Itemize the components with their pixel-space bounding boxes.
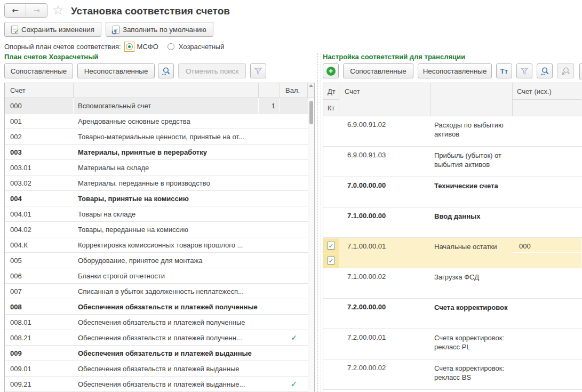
left-filter-button[interactable] bbox=[250, 63, 266, 78]
table-row[interactable]: 001 Арендованные основные средства ✓ bbox=[5, 114, 314, 129]
table-row[interactable]: 009.01 Обеспечения обязательств и платеж… bbox=[5, 361, 314, 377]
mapping-row[interactable]: ✓ ✓ 7.2.00.00.00 Счета корректировок bbox=[323, 299, 582, 329]
right-matched-button[interactable]: Сопоставленные bbox=[343, 63, 413, 78]
table-row[interactable]: 009.21 Обеспечения обязательств и платеж… bbox=[5, 377, 314, 392]
radio-hozraschetny[interactable] bbox=[166, 42, 176, 52]
currency-flag-cell: ✓ bbox=[280, 191, 308, 206]
left-matched-button[interactable]: Сопоставленные bbox=[4, 63, 73, 78]
table-row[interactable]: 009 Обеспечения обязательств и платежей … bbox=[5, 346, 314, 361]
account-code-cell: 003.02 bbox=[5, 175, 74, 190]
dt-checkbox[interactable]: ✓ bbox=[323, 238, 339, 253]
table-row[interactable]: 008 Обеспечения обязательств и платежей … bbox=[5, 299, 314, 315]
mapping-row[interactable]: ✓ ✓ 7.2.00.00.01 Счета корректировок: ре… bbox=[323, 329, 582, 359]
currency-flag-cell: ✓ bbox=[280, 284, 308, 299]
mapping-row[interactable]: ✓ ✓ 7.1.00.00.02 Загрузка ФСД bbox=[323, 268, 582, 299]
mapping-row[interactable]: ✓ ✓ 7.1.00.00.00 Ввод данных bbox=[323, 207, 582, 238]
forward-button[interactable]: → bbox=[26, 4, 47, 17]
quantity-cell bbox=[259, 191, 280, 206]
mapping-row[interactable]: ✓ ✓ 7.2.00.00.02 Счета корректировок: ре… bbox=[323, 359, 582, 390]
col-header-account-name[interactable] bbox=[431, 83, 513, 116]
dtkt-cell: ✓ ✓ bbox=[323, 238, 339, 268]
right-unmatched-button[interactable]: Несопоставленные bbox=[418, 63, 492, 78]
history-nav: ← → bbox=[4, 3, 47, 18]
currency-flag-cell: ✓ bbox=[280, 253, 308, 268]
radio-msfo[interactable] bbox=[124, 42, 134, 52]
fill-default-button[interactable]: ↺ Заполнить по умолчанию bbox=[106, 22, 213, 37]
col-header-account[interactable]: Счет bbox=[5, 83, 74, 98]
col-header-currency[interactable]: Вал. bbox=[280, 83, 308, 98]
table-row[interactable]: 002 Товарно-материальные ценности, приня… bbox=[5, 129, 314, 145]
table-row[interactable]: 007 Списанная в убыток задолженность неп… bbox=[5, 284, 314, 299]
table-row[interactable]: 003 Материалы, принятые в переработку ✓ bbox=[5, 145, 314, 160]
right-search-button[interactable] bbox=[537, 63, 553, 78]
col-header-name[interactable] bbox=[74, 83, 259, 98]
mapping-account-cell: 7.1.00.00.01 bbox=[339, 238, 431, 268]
currency-flag-cell: ✓ bbox=[280, 114, 308, 129]
quantity-cell bbox=[259, 145, 280, 159]
mapping-row[interactable]: ✓ ✓ 7.0.00.00.00 Технические счета bbox=[323, 177, 582, 207]
currency-flag-cell: ✓ bbox=[280, 299, 308, 314]
checkbox-check-icon: ✓ bbox=[328, 243, 333, 249]
right-filter-button[interactable] bbox=[516, 63, 532, 78]
source-account-value bbox=[513, 329, 581, 344]
quantity-cell bbox=[259, 346, 280, 361]
source-account-cell bbox=[513, 268, 581, 298]
scrollbar-thumb[interactable] bbox=[309, 101, 313, 124]
mapping-row[interactable]: ✓ ✓ 6.9.00.91.02 Расходы по выбытию акти… bbox=[323, 116, 582, 147]
left-table-scrollbar[interactable] bbox=[308, 98, 314, 392]
save-changes-button[interactable]: ✓ Сохранить изменения bbox=[4, 22, 101, 37]
mapping-account-cell: 7.1.00.00.02 bbox=[339, 268, 431, 298]
account-name-cell: Обеспечения обязательств и платежей полу… bbox=[74, 330, 259, 345]
table-row[interactable]: 008.21 Обеспечения обязательств и платеж… bbox=[5, 330, 314, 346]
mapping-name-cell: Технические счета bbox=[431, 177, 513, 207]
scroll-up-arrow[interactable] bbox=[308, 83, 314, 98]
col-header-quantity[interactable] bbox=[259, 83, 280, 98]
favorite-star-icon[interactable]: ☆ bbox=[52, 3, 64, 18]
mapping-name-cell: Загрузка ФСД bbox=[431, 268, 513, 298]
source-account-value bbox=[513, 207, 581, 222]
table-row[interactable]: 003.01 Материалы на складе ✓ bbox=[5, 160, 314, 175]
radio-hozraschetny-label[interactable]: Хозрасчетный bbox=[179, 43, 225, 51]
radio-msfo-label[interactable]: МСФО bbox=[137, 43, 158, 51]
source-account-value bbox=[513, 147, 581, 162]
table-row[interactable]: 004.01 Товары на складе ✓ bbox=[5, 206, 314, 222]
clipped-toolbar-button[interactable] bbox=[579, 63, 582, 79]
table-row[interactable]: 008.01 Обеспечения обязательств и платеж… bbox=[5, 315, 314, 330]
check-icon: ✓ bbox=[291, 333, 297, 342]
account-name-cell: Товары на складе bbox=[74, 206, 259, 221]
table-row[interactable]: 006 Бланки строгой отчетности ✓ bbox=[5, 268, 314, 284]
dtkt-cell: ✓ ✓ bbox=[323, 147, 339, 177]
mapping-row[interactable]: ✓ ✓ 7.1.00.00.01 Начальные остатки 000 bbox=[323, 238, 582, 268]
account-code-cell: 004.К bbox=[5, 237, 74, 252]
font-settings-button[interactable]: Тт bbox=[496, 63, 512, 78]
col-header-source-account[interactable]: Счет (исх.) bbox=[513, 83, 581, 116]
source-account-cell bbox=[513, 359, 581, 389]
kt-checkbox[interactable]: ✓ bbox=[323, 253, 339, 268]
back-button[interactable]: ← bbox=[5, 4, 26, 17]
left-unmatched-button[interactable]: Несопоставленные bbox=[77, 63, 155, 78]
table-row[interactable]: 003.02 Материалы, переданные в производс… bbox=[5, 175, 314, 191]
mapping-name-cell: Начальные остатки bbox=[431, 238, 513, 268]
table-row[interactable]: 004.02 Товары, переданные на комиссию ✓ bbox=[5, 222, 314, 237]
left-search-button[interactable] bbox=[158, 63, 174, 78]
table-row[interactable]: 004.К Корректировка комиссионных товаров… bbox=[5, 237, 314, 253]
table-row[interactable]: 005 Оборудование, принятое для монтажа ✓ bbox=[5, 253, 314, 268]
font-icon: Тт bbox=[500, 67, 508, 75]
cancel-search-button[interactable]: Отменить поиск bbox=[178, 63, 246, 78]
table-row[interactable]: 000 Вспомогательный счет 1 ✓ bbox=[5, 98, 314, 114]
mapping-account-cell: 6.9.00.91.03 bbox=[339, 147, 431, 177]
right-cancel-search-button[interactable] bbox=[557, 63, 574, 78]
source-account-cell bbox=[513, 147, 581, 177]
add-mapping-button[interactable]: + bbox=[323, 63, 339, 78]
mapping-row[interactable]: ✓ ✓ 6.9.00.91.03 Прибыль (убыток) от выб… bbox=[323, 147, 582, 177]
account-code-cell: 002 bbox=[5, 129, 74, 144]
account-code-cell: 008 bbox=[5, 299, 74, 314]
panel-splitter[interactable] bbox=[317, 53, 321, 392]
filter-funnel-icon bbox=[254, 67, 262, 75]
cancel-search-icon bbox=[561, 67, 570, 76]
col-header-dtkt[interactable]: Дт Кт bbox=[323, 83, 339, 116]
account-code-cell: 001 bbox=[5, 114, 74, 129]
col-header-account[interactable]: Счет bbox=[339, 83, 431, 116]
table-row[interactable]: 004 Товары, принятые на комиссию ✓ bbox=[5, 191, 314, 206]
right-table-header: Дт Кт Счет Счет (исх.) bbox=[323, 83, 582, 116]
